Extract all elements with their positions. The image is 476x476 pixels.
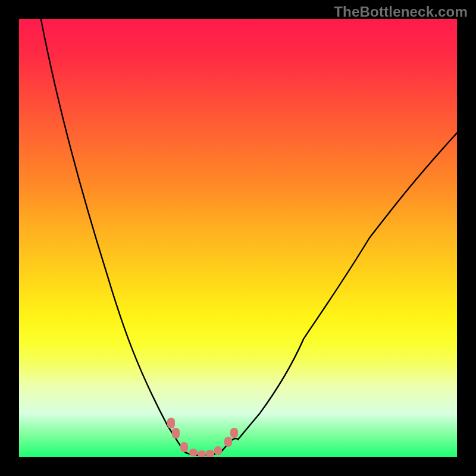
bead-marker — [172, 428, 180, 439]
bead-marker — [214, 446, 222, 455]
bead-marker — [189, 449, 198, 456]
plot-area — [19, 19, 457, 457]
bead-marker — [224, 437, 232, 447]
curve-path — [41, 19, 457, 455]
bead-marker — [167, 418, 175, 428]
bottleneck-curve — [19, 19, 457, 457]
valley-beads-group — [167, 418, 238, 457]
bead-marker — [198, 450, 206, 457]
bead-marker — [180, 442, 188, 452]
bead-marker — [206, 450, 214, 457]
bead-marker — [230, 428, 238, 438]
chart-frame: TheBottleneck.com — [0, 0, 476, 476]
watermark-text: TheBottleneck.com — [334, 4, 468, 20]
